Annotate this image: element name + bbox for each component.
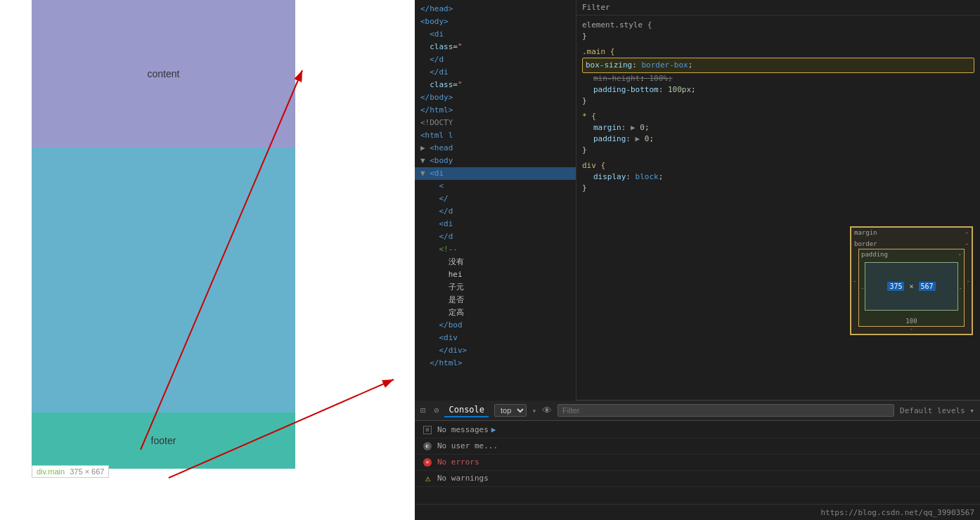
elements-line: <body> xyxy=(415,15,576,28)
preview-content: content footer xyxy=(32,0,295,469)
preview-footer: footer xyxy=(32,412,295,469)
warning-icon: ⚠ xyxy=(423,474,433,483)
elements-panel[interactable]: </head> <body> <di class=" </d </di clas… xyxy=(415,0,576,401)
dropdown-arrow-icon: ▾ xyxy=(532,407,536,415)
box-model-widget: margin - border - padding - xyxy=(850,226,973,335)
padding-bottom-property: padding-bottom: 100px; xyxy=(582,84,974,96)
console-messages: ⊞ No messages ▶ ◐ No user me... ✕ No err… xyxy=(415,421,980,504)
elements-line: </bod xyxy=(415,319,576,332)
styles-content: element.style { } .main { box-sizing: bo… xyxy=(576,15,980,401)
elements-line: </ xyxy=(415,193,576,205)
preview-main xyxy=(32,148,295,412)
console-filter-input[interactable] xyxy=(557,404,894,417)
elements-line: 是否 xyxy=(415,294,576,306)
elements-line: </d xyxy=(415,205,576,218)
box-separator: × xyxy=(909,282,913,290)
elements-line: class=" xyxy=(415,41,576,53)
min-height-property: min-height: 100%; xyxy=(582,73,974,84)
elements-line: </html> xyxy=(415,104,576,117)
expand-icon[interactable]: ⊡ xyxy=(420,405,425,415)
padding-property: padding: ▶ 0; xyxy=(582,134,974,145)
filter-label: Filter xyxy=(582,3,610,12)
preview-header: content xyxy=(32,0,295,148)
box-sizing-property: box-sizing: border-box; xyxy=(582,58,974,73)
elements-line: </d xyxy=(415,53,576,66)
no-warnings-row: ⚠ No warnings xyxy=(415,471,980,487)
padding-dash: - xyxy=(958,251,962,258)
elements-line: 子元 xyxy=(415,281,576,294)
margin-dash: - xyxy=(965,229,969,236)
div-style-rule: div { display: block; } xyxy=(582,160,974,193)
grid-icon: ⊞ xyxy=(423,426,432,434)
filter-bar: Filter xyxy=(576,0,980,15)
console-panel: ⊡ ⊘ Console top ▾ 👁 Default levels ▾ ⊞ xyxy=(415,401,980,520)
element-style-rule: element.style { } xyxy=(582,20,974,41)
elements-line: <!DOCTY xyxy=(415,117,576,129)
no-warnings-text: No warnings xyxy=(437,472,489,485)
elements-line: hei xyxy=(415,268,576,281)
box-dimensions: 375 × 567 xyxy=(887,282,935,290)
elements-line: </head> xyxy=(415,3,576,15)
styles-panel: Filter element.style { } .main { box-siz… xyxy=(576,0,980,401)
console-toolbar: ⊡ ⊘ Console top ▾ 👁 Default levels ▾ xyxy=(415,401,980,421)
box-width: 375 xyxy=(887,282,904,291)
padding-label: padding xyxy=(861,251,888,258)
no-messages-text: No messages xyxy=(437,424,489,436)
elements-line: 没有 xyxy=(415,256,576,268)
elements-line: <div xyxy=(415,332,576,344)
elements-line: <di xyxy=(415,28,576,41)
main-style-rule: .main { box-sizing: border-box; min-heig… xyxy=(582,46,974,105)
error-icon: ✕ xyxy=(423,458,432,467)
element-badge: div.main 375 × 667 xyxy=(32,465,109,478)
elements-line: </di xyxy=(415,66,576,79)
elements-line: <!-- xyxy=(415,243,576,256)
display-property: display: block; xyxy=(582,171,974,183)
elements-line: 定高 xyxy=(415,306,576,319)
elements-line: ▶ <head xyxy=(415,142,576,155)
eye-icon[interactable]: 👁 xyxy=(542,405,552,416)
elements-line: ▼ <body xyxy=(415,155,576,167)
elements-line: class=" xyxy=(415,79,576,91)
elements-line: <html l xyxy=(415,129,576,142)
no-messages-row: ⊞ No messages ▶ xyxy=(415,422,980,438)
header-label: content xyxy=(148,68,180,79)
no-errors-text: No errors xyxy=(437,456,479,469)
url-text: https://blog.csdn.net/qq_39903567 xyxy=(820,508,974,517)
element-tag: div.main xyxy=(37,467,65,476)
elements-line: </d xyxy=(415,230,576,243)
elements-line: </div> xyxy=(415,344,576,357)
user-icon: ◐ xyxy=(423,442,432,450)
margin-bottom: - xyxy=(910,325,913,332)
elements-line: < xyxy=(415,180,576,193)
padding-left: - xyxy=(860,285,864,292)
browser-preview: content footer div.main 375 × 667 xyxy=(0,0,415,520)
block-icon[interactable]: ⊘ xyxy=(434,405,439,415)
expand-arrow[interactable]: ▶ xyxy=(491,424,496,436)
console-tab[interactable]: Console xyxy=(444,403,489,417)
elements-line: </body> xyxy=(415,91,576,104)
footer-label: footer xyxy=(151,435,176,446)
devtools-top: </head> <body> <di class=" </d </di clas… xyxy=(415,0,980,401)
star-style-rule: * { margin: ▶ 0; padding: ▶ 0; } xyxy=(582,111,974,155)
no-user-text: No user me... xyxy=(437,440,498,453)
url-bar: https://blog.csdn.net/qq_39903567 xyxy=(415,504,980,520)
margin-label: margin xyxy=(854,229,877,236)
elements-line: </html> xyxy=(415,357,576,370)
context-select[interactable]: top xyxy=(494,404,527,417)
border-label: border xyxy=(854,240,877,247)
padding-bottom-value: 100 xyxy=(905,318,917,325)
margin-right: - xyxy=(967,278,970,285)
margin-left: - xyxy=(853,278,856,285)
margin-property: margin: ▶ 0; xyxy=(582,122,974,134)
no-user-messages-row: ◐ No user me... xyxy=(415,438,980,455)
devtools-panel: </head> <body> <di class=" </d </di clas… xyxy=(415,0,980,520)
border-dash: - xyxy=(965,240,969,247)
no-errors-row: ✕ No errors xyxy=(415,455,980,471)
element-dimensions: 375 × 667 xyxy=(70,467,104,476)
default-levels[interactable]: Default levels ▾ xyxy=(900,406,974,415)
padding-right: - xyxy=(959,285,962,292)
elements-line: <di xyxy=(415,218,576,230)
elements-line-highlighted[interactable]: ▼ <di xyxy=(415,167,576,180)
box-height: 567 xyxy=(919,282,936,291)
